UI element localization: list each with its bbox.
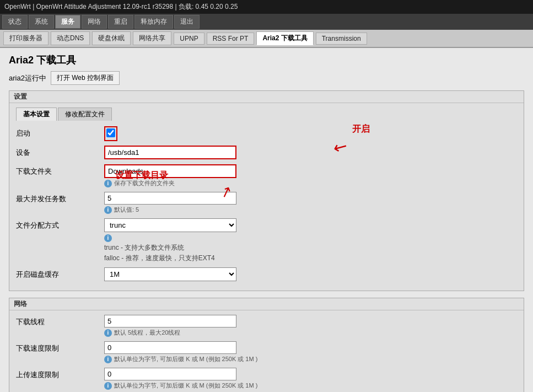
content-area: Aria2 下载工具 aria2运行中 打开 Web 控制界面 开启 ↙ 设置 … (0, 48, 533, 392)
hint-dl-threads: i 默认 5线程，最大20线程 (104, 329, 517, 337)
tab-basic-settings[interactable]: 基本设置 (16, 108, 57, 121)
nav-service[interactable]: 服务 (55, 15, 80, 29)
label-dl-speed: 下载速度限制 (16, 341, 104, 353)
label-startup: 启动 (16, 126, 104, 138)
tab-netshare[interactable]: 网络共享 (133, 31, 171, 45)
nav-reboot[interactable]: 重启 (108, 15, 133, 29)
field-startup: 启动 (16, 126, 517, 141)
nav-status[interactable]: 状态 (2, 15, 28, 29)
tab-disksleep[interactable]: 硬盘休眠 (92, 31, 131, 45)
field-file-alloc: 文件分配方式 trunc falloc none i trunc - 支持大多数… (16, 218, 517, 263)
info-icon-folder: i (104, 180, 112, 187)
input-dl-threads[interactable] (104, 315, 236, 327)
info-icon-ul-speed: i (104, 382, 112, 390)
control-device (104, 146, 517, 159)
input-ul-speed[interactable] (104, 368, 236, 380)
tab-upnp[interactable]: UPNP (174, 33, 204, 45)
info-icon-threads: i (104, 329, 112, 337)
label-max-tasks: 最大并发任务数 (16, 192, 104, 204)
nav-system[interactable]: 系统 (29, 15, 54, 29)
page-title: Aria2 下载工具 (9, 53, 524, 67)
field-device: 设备 (16, 146, 517, 160)
info-icon-alloc: i (104, 234, 112, 242)
label-device: 设备 (16, 146, 104, 158)
main-content: 开启 ↙ 设置 基本设置 修改配置文件 启动 (9, 90, 524, 392)
control-ul-speed: i 默认单位为字节, 可加后缀 K 或 M (例如 250K 或 1M ) (104, 368, 517, 390)
tab-edit-config[interactable]: 修改配置文件 (58, 108, 112, 121)
select-disk-cache[interactable]: 1M 0 2M 4M (104, 267, 236, 281)
input-device[interactable] (104, 146, 236, 159)
settings-inner: 基本设置 修改配置文件 启动 设备 (9, 103, 524, 291)
checkbox-startup[interactable] (106, 128, 115, 137)
info-icon-dl-speed: i (104, 356, 112, 363)
control-dl-speed: i 默认单位为字节, 可加后缀 K 或 M (例如 250K 或 1M ) (104, 341, 517, 363)
label-download-folder: 下载文件夹 (16, 164, 104, 176)
nav-freemem[interactable]: 释放内存 (134, 15, 173, 29)
control-dl-threads: i 默认 5线程，最大20线程 (104, 315, 517, 337)
control-download-folder: i 保存下载文件的文件夹 (104, 164, 517, 187)
network-section: 网络 下载线程 i 默认 5线程，最大20线程 下载速度限制 (9, 298, 524, 392)
tab-aria2[interactable]: Aria2 下载工具 (256, 31, 313, 45)
hint-dl-speed: i 默认单位为字节, 可加后缀 K 或 M (例如 250K 或 1M ) (104, 355, 517, 363)
label-file-alloc: 文件分配方式 (16, 218, 104, 230)
field-dl-threads: 下载线程 i 默认 5线程，最大20线程 (16, 315, 517, 337)
tab-rss[interactable]: RSS For PT (207, 33, 255, 45)
control-disk-cache: 1M 0 2M 4M (104, 267, 517, 281)
field-disk-cache: 开启磁盘缓存 1M 0 2M 4M (16, 267, 517, 282)
webui-button[interactable]: 打开 Web 控制界面 (51, 71, 120, 85)
titlebar-text: OpenWrt | OpenWrt Attitude Adjustment 12… (4, 3, 238, 10)
inner-tabs: 基本设置 修改配置文件 (16, 108, 517, 121)
label-dl-threads: 下载线程 (16, 315, 104, 327)
field-max-tasks: 最大并发任务数 i 默认值: 5 (16, 192, 517, 214)
input-max-tasks[interactable] (104, 192, 236, 205)
control-startup (104, 126, 517, 141)
desc-falloc: falloc - 推荐，速度最快，只支持EXT4 (104, 254, 517, 263)
hint-download-folder: i 保存下载文件的文件夹 (104, 179, 517, 187)
tab-transmission[interactable]: Transmission (316, 33, 367, 45)
control-max-tasks: i 默认值: 5 (104, 192, 517, 214)
main-nav: 状态 系统 服务 网络 重启 释放内存 退出 (0, 14, 533, 30)
tab-ddns[interactable]: 动态DNS (51, 31, 90, 45)
settings-section: 设置 基本设置 修改配置文件 启动 设备 (9, 90, 524, 291)
desc-trunc: trunc - 支持大多数文件系统 (104, 243, 517, 253)
select-file-alloc[interactable]: trunc falloc none (104, 218, 236, 232)
sub-nav: 打印服务器 动态DNS 硬盘休眠 网络共享 UPNP RSS For PT Ar… (0, 30, 533, 48)
label-ul-speed: 上传速度限制 (16, 368, 104, 380)
label-disk-cache: 开启磁盘缓存 (16, 267, 104, 280)
tab-printserver[interactable]: 打印服务器 (3, 31, 49, 45)
nav-logout[interactable]: 退出 (174, 15, 200, 29)
field-ul-speed: 上传速度限制 i 默认单位为字节, 可加后缀 K 或 M (例如 250K 或 … (16, 368, 517, 390)
field-download-folder: 下载文件夹 i 保存下载文件的文件夹 (16, 164, 517, 187)
input-download-folder[interactable] (104, 164, 236, 178)
network-inner: 下载线程 i 默认 5线程，最大20线程 下载速度限制 (9, 310, 524, 392)
info-icon-tasks: i (104, 206, 112, 214)
titlebar: OpenWrt | OpenWrt Attitude Adjustment 12… (0, 0, 533, 14)
control-file-alloc: trunc falloc none i trunc - 支持大多数文件系统 fa… (104, 218, 517, 263)
hint-ul-speed: i 默认单位为字节, 可加后缀 K 或 M (例如 250K 或 1M ) (104, 382, 517, 390)
input-dl-speed[interactable] (104, 341, 236, 354)
field-dl-speed: 下载速度限制 i 默认单位为字节, 可加后缀 K 或 M (例如 250K 或 … (16, 341, 517, 363)
aria2-running-label: aria2运行中 (9, 73, 46, 83)
hint-max-tasks: i 默认值: 5 (104, 206, 517, 214)
nav-network[interactable]: 网络 (82, 15, 107, 29)
settings-legend: 设置 (9, 91, 524, 103)
checkbox-startup-wrapper (104, 126, 117, 141)
aria2-status-row: aria2运行中 打开 Web 控制界面 (9, 71, 524, 85)
network-legend: 网络 (9, 298, 524, 310)
